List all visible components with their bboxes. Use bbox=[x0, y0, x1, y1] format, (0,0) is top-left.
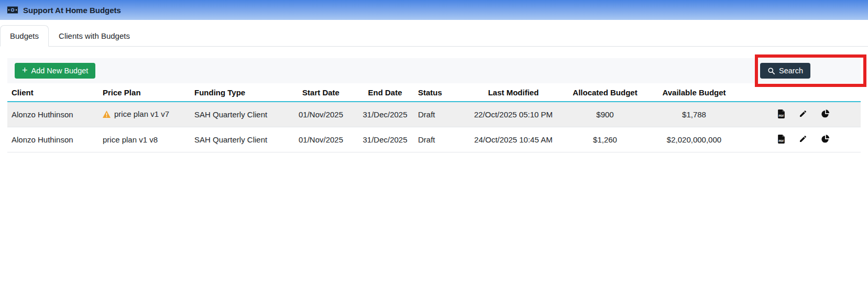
edit-pencil-icon[interactable] bbox=[799, 109, 807, 119]
column-header-end-date[interactable]: End Date bbox=[356, 83, 414, 102]
add-new-budget-button[interactable]: + Add New Budget bbox=[15, 63, 95, 79]
cell-end-date: 31/Dec/2025 bbox=[356, 127, 414, 152]
budget-pie-chart-icon[interactable] bbox=[821, 135, 829, 145]
column-header-funding-type[interactable]: Funding Type bbox=[190, 83, 285, 102]
column-header-actions bbox=[744, 83, 861, 102]
svg-text:PDF: PDF bbox=[779, 115, 784, 117]
search-button-label: Search bbox=[779, 67, 803, 75]
budget-pie-chart-icon[interactable] bbox=[821, 109, 829, 119]
add-new-budget-label: Add New Budget bbox=[31, 67, 89, 75]
cell-price-plan: price plan v1 v7 bbox=[98, 102, 190, 127]
edit-pencil-icon[interactable] bbox=[799, 135, 807, 145]
cell-start-date: 01/Nov/2025 bbox=[285, 102, 356, 127]
cell-start-date: 01/Nov/2025 bbox=[285, 127, 356, 152]
tab-clients-with-budgets[interactable]: Clients with Budgets bbox=[49, 25, 140, 46]
table-row[interactable]: Alonzo Huthinson price plan v1 v8 SAH Qu… bbox=[7, 127, 861, 152]
table-header-row: ClientPrice PlanFunding TypeStart DateEn… bbox=[7, 83, 861, 102]
cell-available-budget: $2,020,000,000 bbox=[644, 127, 744, 152]
content-area: + Add New Budget Search ClientPrice Plan… bbox=[0, 58, 868, 152]
cell-actions: PDF bbox=[744, 127, 861, 152]
warning-icon bbox=[103, 111, 111, 119]
cell-status: Draft bbox=[414, 127, 461, 152]
export-pdf-icon[interactable]: PDF bbox=[777, 135, 785, 145]
column-header-price-plan[interactable]: Price Plan bbox=[98, 83, 190, 102]
toolbar: + Add New Budget Search bbox=[7, 58, 861, 83]
plus-icon: + bbox=[22, 65, 28, 75]
cell-allocated-budget: $900 bbox=[566, 102, 644, 127]
column-header-status[interactable]: Status bbox=[414, 83, 461, 102]
price-plan-text: price plan v1 v8 bbox=[103, 135, 158, 144]
money-bill-icon bbox=[7, 5, 18, 15]
svg-text:PDF: PDF bbox=[779, 140, 784, 142]
budgets-table: ClientPrice PlanFunding TypeStart DateEn… bbox=[7, 83, 861, 152]
cell-status: Draft bbox=[414, 102, 461, 127]
search-icon bbox=[767, 67, 775, 75]
cell-actions: PDF bbox=[744, 102, 861, 127]
page-title: Support At Home Budgets bbox=[23, 6, 121, 15]
column-header-last-modified[interactable]: Last Modified bbox=[461, 83, 566, 102]
cell-client: Alonzo Huthinson bbox=[7, 127, 98, 152]
cell-end-date: 31/Dec/2025 bbox=[356, 102, 414, 127]
cell-funding-type: SAH Quarterly Client bbox=[190, 127, 285, 152]
column-header-client[interactable]: Client bbox=[7, 83, 98, 102]
column-header-available-budget[interactable]: Available Budget bbox=[644, 83, 744, 102]
cell-client: Alonzo Huthinson bbox=[7, 102, 98, 127]
cell-available-budget: $1,788 bbox=[644, 102, 744, 127]
app-header-bar: Support At Home Budgets bbox=[0, 0, 868, 20]
tab-bar: Budgets Clients with Budgets bbox=[0, 25, 868, 47]
price-plan-text: price plan v1 v7 bbox=[114, 109, 169, 118]
cell-last-modified: 24/Oct/2025 10:45 AM bbox=[461, 127, 566, 152]
search-button[interactable]: Search bbox=[760, 63, 810, 79]
export-pdf-icon[interactable]: PDF bbox=[777, 109, 785, 120]
cell-funding-type: SAH Quarterly Client bbox=[190, 102, 285, 127]
column-header-start-date[interactable]: Start Date bbox=[285, 83, 356, 102]
table-row[interactable]: Alonzo Huthinson price plan v1 v7 SAH Qu… bbox=[7, 102, 861, 127]
column-header-allocated-budget[interactable]: Allocated Budget bbox=[566, 83, 644, 102]
tab-budgets[interactable]: Budgets bbox=[0, 25, 49, 47]
cell-allocated-budget: $1,260 bbox=[566, 127, 644, 152]
cell-price-plan: price plan v1 v8 bbox=[98, 127, 190, 152]
cell-last-modified: 22/Oct/2025 05:10 PM bbox=[461, 102, 566, 127]
